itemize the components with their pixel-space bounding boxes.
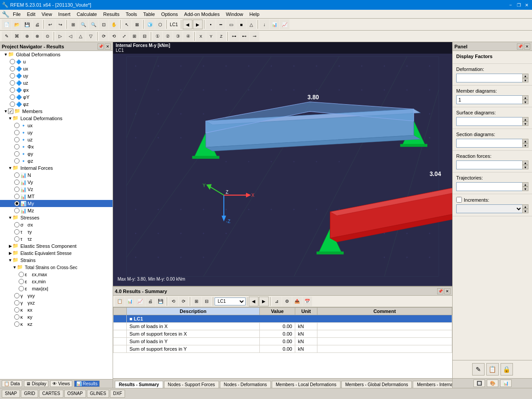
rt-btn-8[interactable]: ⊞ <box>192 297 201 306</box>
tree-item-u[interactable]: 🔷 u <box>0 58 113 65</box>
toggle-strains[interactable]: ▼ <box>8 258 12 262</box>
tab-data[interactable]: 📋 Data <box>2 380 22 387</box>
tree-item-strains[interactable]: ▼ 📁 Strains <box>0 257 113 264</box>
bottom-icon-1[interactable]: 🔲 <box>473 379 485 387</box>
minimize-button[interactable]: − <box>507 1 514 8</box>
right-panel-pin[interactable]: 📌 <box>517 43 523 50</box>
tb2-8[interactable]: △ <box>76 31 86 41</box>
tab-display[interactable]: 🖥 Display <box>24 380 49 387</box>
tree-item-local-deformations[interactable]: ▼ 📁 Local Deformations <box>0 115 113 122</box>
surface-diagrams-input[interactable] <box>456 117 522 126</box>
tab-views[interactable]: 👁 Views <box>50 380 72 387</box>
status-snap[interactable]: SNAP <box>2 390 20 398</box>
section-diagrams-down[interactable]: ▼ <box>522 143 528 148</box>
results-tab-support-forces[interactable]: Nodes - Support Forces <box>164 381 219 388</box>
tb2-2[interactable]: ⌘ <box>12 31 22 41</box>
menu-help[interactable]: Help <box>247 10 262 18</box>
tb2-17[interactable]: ③ <box>173 31 183 41</box>
tree-item-local-phiz[interactable]: 🔹 φz <box>0 157 113 164</box>
tb2-14[interactable]: ⊟ <box>140 31 149 41</box>
member-diagrams-up[interactable]: ▲ <box>522 95 528 100</box>
tree-item-ex-min[interactable]: ε εx,min <box>0 278 113 285</box>
tb-new[interactable]: 📄 <box>2 20 12 29</box>
rt-btn-export[interactable]: 📤 <box>292 297 302 306</box>
reaction-forces-input[interactable] <box>456 160 522 169</box>
tree-item-phix[interactable]: 🔷 φx <box>0 86 113 94</box>
rt-next[interactable]: ▶ <box>259 297 269 306</box>
status-glines[interactable]: GLINES <box>87 390 110 398</box>
tb-node[interactable]: • <box>206 20 215 29</box>
table-row-sum-loads-y[interactable]: Sum of loads in Y 0.00 kN <box>113 338 452 345</box>
rt-btn-2[interactable]: 📊 <box>125 297 135 306</box>
panel-lock-btn[interactable]: 🔒 <box>501 363 513 376</box>
checkbox-members[interactable]: ✓ <box>8 109 13 114</box>
tree-item-global-deformations[interactable]: ▼ 📁 Global Deformations <box>0 51 113 58</box>
tree-item-Mz[interactable]: 📊 Mz <box>0 207 113 214</box>
tb2-18[interactable]: ④ <box>183 31 193 41</box>
tree-item-sigma-x[interactable]: σ σx <box>0 221 113 228</box>
tree-item-tau-z[interactable]: τ τz <box>0 235 113 243</box>
deformation-input[interactable] <box>456 74 522 82</box>
toggle-global-deformations[interactable]: ▼ <box>4 52 8 57</box>
rt-btn-filter[interactable]: ⊿ <box>272 297 282 306</box>
tb-solid[interactable]: ■ <box>236 20 246 29</box>
menu-window[interactable]: Window <box>223 10 246 18</box>
section-diagrams-input[interactable] <box>456 139 522 148</box>
rt-btn-4[interactable]: 🖨 <box>145 297 155 306</box>
table-row-sum-support-y[interactable]: Sum of support forces in Y 0.00 kN <box>113 345 452 353</box>
tree-item-local-ux[interactable]: 🔹 ux <box>0 122 113 129</box>
status-osnap[interactable]: OSNAP <box>64 390 86 398</box>
tree-item-stresses[interactable]: ▼ 📁 Stresses <box>0 214 113 221</box>
tb2-6[interactable]: ▷ <box>55 31 65 41</box>
tree-item-ex-max[interactable]: ε εx,max <box>0 271 113 278</box>
status-dxf[interactable]: DXF <box>110 390 125 398</box>
tb2-axis-y[interactable]: Y <box>206 31 216 41</box>
tb2-11[interactable]: ⟲ <box>109 31 119 41</box>
menu-view[interactable]: View <box>39 10 55 18</box>
results-tab-global-deform[interactable]: Members - Global Deformations <box>341 381 412 388</box>
tab-results[interactable]: 📊 Results <box>74 380 100 387</box>
tb-pan[interactable]: ✋ <box>109 20 119 29</box>
results-tab-internal-forces[interactable]: Members - Internal Forces <box>413 381 452 388</box>
rt-btn-1[interactable]: 📋 <box>115 297 125 306</box>
surface-diagrams-down[interactable]: ▼ <box>522 121 528 126</box>
tb-support[interactable]: △ <box>246 20 256 29</box>
tb-open[interactable]: 📂 <box>12 20 22 29</box>
member-diagrams-down[interactable]: ▼ <box>522 100 528 104</box>
tree-item-N[interactable]: 📊 N <box>0 172 113 179</box>
tree-item-ux[interactable]: 🔷 ux <box>0 65 113 72</box>
tree-item-elastic-stress[interactable]: ▶ 📁 Elastic Stress Component <box>0 243 113 250</box>
tb-next[interactable]: ▶ <box>193 20 203 29</box>
tb-zoom-in[interactable]: 🔍 <box>78 20 88 29</box>
tree-item-local-phiy[interactable]: 🔹 φy <box>0 150 113 157</box>
tb2-13[interactable]: ⊞ <box>129 31 139 41</box>
tb-load[interactable]: ↓ <box>259 20 269 29</box>
tb2-12[interactable]: ⤢ <box>119 31 129 41</box>
tb-result[interactable]: 📊 <box>270 20 279 29</box>
status-cartes[interactable]: CARTES <box>39 390 63 398</box>
tb2-21[interactable]: ⊸ <box>250 31 259 41</box>
trajectories-up[interactable]: ▲ <box>522 182 528 187</box>
tb2-3[interactable]: ⊕ <box>22 31 32 41</box>
rt-prev[interactable]: ◀ <box>249 297 258 306</box>
tree-item-kappa-z[interactable]: κ κz <box>0 321 113 328</box>
toggle-elastic-equiv[interactable]: ▶ <box>8 251 12 255</box>
panel-close-button[interactable]: ✕ <box>105 43 111 50</box>
menu-file[interactable]: File <box>10 10 23 18</box>
tree-item-phiY[interactable]: 🔷 φY <box>0 94 113 101</box>
tree-item-gamma-xy[interactable]: γ γxy <box>0 292 113 299</box>
bottom-icon-3[interactable]: 📊 <box>500 379 512 387</box>
member-diagrams-input[interactable]: 1 <box>456 95 522 104</box>
tree-item-Vz[interactable]: 📊 Vz <box>0 186 113 193</box>
tb-undo[interactable]: ↩ <box>45 20 55 29</box>
results-close-btn[interactable]: ✕ <box>444 288 450 294</box>
tb-diagram[interactable]: 📈 <box>280 20 289 29</box>
viewport[interactable]: Internal Forces M-y [kNm] LC1 <box>113 42 452 286</box>
tb2-1[interactable]: ✎ <box>2 31 12 41</box>
menu-options[interactable]: Options <box>158 10 180 18</box>
increments-up[interactable]: ▲ <box>522 204 528 209</box>
increments-select[interactable] <box>456 204 522 213</box>
menu-results[interactable]: Results <box>101 10 122 18</box>
restore-button[interactable]: ❐ <box>515 1 522 8</box>
increments-checkbox[interactable] <box>456 197 462 203</box>
